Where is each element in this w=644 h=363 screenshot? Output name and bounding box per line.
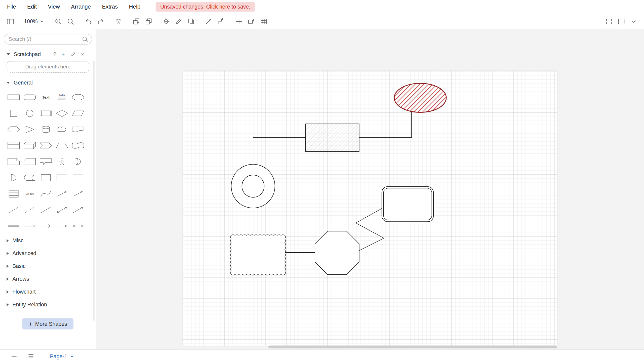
red-hachure-ellipse[interactable] xyxy=(394,83,446,112)
edge-rectangle-to-donut[interactable] xyxy=(253,137,305,164)
section-scratchpad[interactable]: Scratchpad ?+× xyxy=(0,48,96,61)
shape-list[interactable] xyxy=(5,186,21,202)
zoom-in-button[interactable] xyxy=(52,15,64,27)
octagon[interactable] xyxy=(315,231,359,274)
shape-horizontal-container[interactable] xyxy=(70,170,86,186)
canvas-horizontal-scrollbar[interactable] xyxy=(268,346,557,348)
line-color-button[interactable] xyxy=(173,15,185,27)
shape-dotted-line[interactable] xyxy=(21,202,37,218)
page-tab[interactable]: Page-1 xyxy=(47,350,78,363)
shape-directional-connector[interactable] xyxy=(70,202,86,218)
section-flowchart[interactable]: Flowchart xyxy=(0,285,96,298)
menu-file[interactable]: File xyxy=(7,4,16,10)
edit-icon[interactable] xyxy=(70,52,75,57)
format-panel-button[interactable] xyxy=(615,15,627,27)
waypoints-button[interactable] xyxy=(215,15,227,27)
shape-actor[interactable] xyxy=(54,153,70,170)
diagram-page[interactable] xyxy=(183,71,557,346)
shape-simple-arrow[interactable] xyxy=(37,218,54,234)
shape-list-item[interactable]: List Item xyxy=(21,186,37,202)
to-front-button[interactable] xyxy=(130,15,142,27)
menu-view[interactable]: View xyxy=(48,4,60,10)
insert-button[interactable] xyxy=(233,15,245,27)
fullscreen-button[interactable] xyxy=(603,15,615,27)
shape-container[interactable] xyxy=(37,170,54,186)
close-icon[interactable]: × xyxy=(81,52,84,57)
shape-process[interactable] xyxy=(37,105,54,121)
to-back-button[interactable] xyxy=(143,15,155,27)
donut-circle[interactable] xyxy=(231,164,275,208)
shape-trapezoid[interactable] xyxy=(54,137,70,153)
shape-note[interactable] xyxy=(5,153,21,170)
shape-parallelogram[interactable] xyxy=(70,105,86,121)
shape-arrow[interactable] xyxy=(70,186,86,202)
edge-zigzag[interactable] xyxy=(356,209,384,251)
menu-edit[interactable]: Edit xyxy=(27,4,37,10)
shape-cloud[interactable] xyxy=(54,121,70,137)
insert-shape-button[interactable] xyxy=(245,15,258,27)
shape-hexagon[interactable] xyxy=(5,121,21,137)
unsaved-changes-alert[interactable]: Unsaved changes. Click here to save. xyxy=(156,2,255,12)
shape-rectangle[interactable] xyxy=(5,89,21,105)
shape-line[interactable] xyxy=(37,202,54,218)
pages-menu-button[interactable] xyxy=(26,351,36,362)
shape-vertical-container[interactable] xyxy=(54,170,70,186)
double-rounded-rectangle[interactable] xyxy=(382,187,433,222)
zoom-out-button[interactable] xyxy=(64,15,77,27)
fill-color-button[interactable] xyxy=(160,15,173,27)
hatched-rectangle[interactable] xyxy=(305,124,359,151)
search-input[interactable] xyxy=(4,34,92,45)
shape-document[interactable] xyxy=(70,121,86,137)
add-icon[interactable]: + xyxy=(62,52,65,57)
shape-ellipse[interactable] xyxy=(70,89,86,105)
shape-arrow-link[interactable] xyxy=(21,218,37,234)
wavy-rectangle[interactable] xyxy=(231,235,286,275)
section-entity-relation[interactable]: Entity Relation xyxy=(0,298,96,311)
help-icon[interactable]: ? xyxy=(53,52,56,57)
more-options-button[interactable] xyxy=(627,15,640,27)
shape-cube[interactable] xyxy=(21,137,37,153)
shape-textbox[interactable]: Heading xyxy=(54,89,70,105)
shape-circle[interactable] xyxy=(21,105,37,121)
redo-button[interactable] xyxy=(95,15,107,27)
shape-callout[interactable] xyxy=(37,153,54,170)
shape-data-storage[interactable] xyxy=(21,170,37,186)
shape-dashed-line[interactable] xyxy=(5,202,21,218)
shape-curve[interactable] xyxy=(37,186,54,202)
shape-tape[interactable] xyxy=(70,137,86,153)
table-button[interactable] xyxy=(258,15,270,27)
sidebar-scrollbar[interactable] xyxy=(93,61,95,321)
shape-bidirectional-arrow[interactable] xyxy=(54,186,70,202)
shape-bidirectional-connector[interactable] xyxy=(54,202,70,218)
shape-rounded-rectangle[interactable] xyxy=(21,89,37,105)
shape-square[interactable] xyxy=(5,105,21,121)
canvas[interactable] xyxy=(96,29,644,349)
shape-link[interactable] xyxy=(5,218,21,234)
shape-card[interactable] xyxy=(21,153,37,170)
shape-filled-arrow[interactable] xyxy=(54,218,70,234)
section-general[interactable]: General xyxy=(0,76,96,89)
shape-and[interactable] xyxy=(5,170,21,186)
shape-step[interactable] xyxy=(37,137,54,153)
menu-arrange[interactable]: Arrange xyxy=(71,4,91,10)
section-advanced[interactable]: Advanced xyxy=(0,247,96,260)
shape-cross-arrow[interactable] xyxy=(70,218,86,234)
add-page-button[interactable] xyxy=(9,351,19,362)
shape-or[interactable] xyxy=(70,153,86,170)
menu-help[interactable]: Help xyxy=(129,4,141,10)
more-shapes-button[interactable]: + More Shapes xyxy=(22,318,73,329)
delete-button[interactable] xyxy=(112,15,125,27)
menu-extras[interactable]: Extras xyxy=(102,4,118,10)
shape-text[interactable]: Text xyxy=(37,89,54,105)
connection-button[interactable] xyxy=(203,15,215,27)
section-basic[interactable]: Basic xyxy=(0,260,96,272)
zoom-dropdown[interactable]: 100% xyxy=(22,18,47,24)
shape-internal-storage[interactable] xyxy=(5,137,21,153)
section-misc[interactable]: Misc xyxy=(0,234,96,247)
shape-diamond[interactable] xyxy=(54,105,70,121)
shape-cylinder[interactable] xyxy=(37,121,54,137)
section-arrows[interactable]: Arrows xyxy=(0,272,96,285)
shadow-button[interactable] xyxy=(185,15,197,27)
shape-triangle[interactable] xyxy=(21,121,37,137)
edge-ellipse-to-rectangle[interactable] xyxy=(359,111,412,137)
